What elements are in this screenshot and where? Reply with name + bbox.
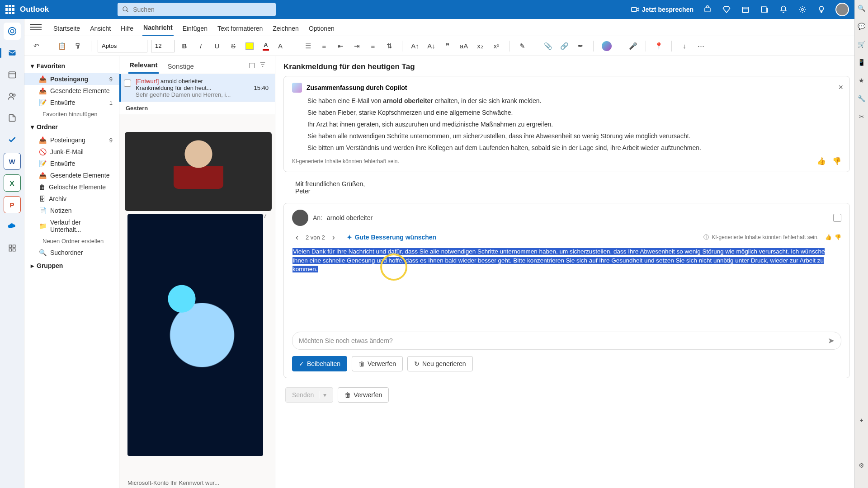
clear-format-button[interactable]: A⁻: [276, 40, 288, 52]
bullets-button[interactable]: ☰: [302, 40, 314, 52]
nav-sent-2[interactable]: 📤Gesendete Elemente: [24, 169, 119, 181]
nav-junk[interactable]: 🚫Junk-E-Mail: [24, 146, 119, 158]
more-button[interactable]: ⋯: [694, 40, 707, 52]
browser-settings-icon[interactable]: ⚙: [857, 461, 866, 470]
message-item-1[interactable]: [Entwurf] arnold oberleiter Krankmeldung…: [119, 74, 275, 102]
tab-help[interactable]: Hilfe: [120, 21, 134, 36]
rail-mail-icon[interactable]: [4, 44, 21, 61]
rail-calendar-icon[interactable]: [4, 66, 21, 83]
font-color-button[interactable]: A: [259, 40, 272, 52]
font-name-select[interactable]: Aptos: [98, 40, 147, 52]
nav-drafts-2[interactable]: 📝Entwürfe: [24, 158, 119, 169]
bell-icon[interactable]: [778, 5, 788, 14]
tag-icon[interactable]: [833, 214, 841, 222]
browser-tools-icon[interactable]: 🔧: [857, 94, 866, 103]
dictate-button[interactable]: 🎤: [627, 40, 639, 52]
hamburger-icon[interactable]: [30, 21, 42, 33]
filter-icon[interactable]: [259, 61, 266, 70]
attach-button[interactable]: 📎: [542, 40, 554, 52]
tab-format[interactable]: Text formatieren: [217, 21, 264, 36]
copilot-button[interactable]: [600, 40, 613, 52]
indent-button[interactable]: ⇥: [350, 40, 363, 52]
tab-message[interactable]: Nachricht: [142, 20, 174, 36]
generated-text-area[interactable]: Vielen Dank für Ihre Nachricht und dafür…: [292, 247, 841, 324]
thumbs-up-icon[interactable]: 👍: [825, 234, 832, 240]
teams-icon[interactable]: [703, 5, 712, 14]
groups-header[interactable]: ▸Gruppen: [24, 258, 119, 273]
news-icon[interactable]: [760, 5, 769, 14]
nav-inbox[interactable]: 📥Posteingang9: [24, 73, 119, 85]
search-box[interactable]: [118, 3, 276, 16]
nav-add-favorite[interactable]: Favoriten hinzufügen: [24, 108, 119, 120]
change-case-button[interactable]: aA: [458, 40, 470, 52]
nav-drafts[interactable]: 📝Entwürfe1: [24, 97, 119, 108]
discard-draft-button[interactable]: 🗑Verwerfen: [338, 387, 389, 403]
suggestion-chip[interactable]: ✦ Gute Besserung wünschen: [347, 234, 436, 241]
link-button[interactable]: 🔗: [558, 40, 571, 52]
folders-header[interactable]: ▾Ordner: [24, 120, 119, 134]
italic-button[interactable]: I: [194, 40, 207, 52]
format-painter-button[interactable]: [72, 40, 85, 52]
browser-star-icon[interactable]: ★: [857, 76, 866, 85]
meet-now-button[interactable]: Jetzt besprechen: [631, 6, 693, 13]
line-spacing-button[interactable]: ⇅: [383, 40, 396, 52]
subscript-button[interactable]: x₂: [474, 40, 486, 52]
rail-excel-icon[interactable]: X: [4, 174, 21, 192]
numbering-button[interactable]: ≡: [318, 40, 330, 52]
signature-button[interactable]: ✒: [574, 40, 587, 52]
tab-draw[interactable]: Zeichnen: [272, 21, 300, 36]
rail-people-icon[interactable]: [4, 88, 21, 105]
refine-input[interactable]: Möchten Sie noch etwas ändern? ➤: [292, 332, 841, 350]
next-suggestion-button[interactable]: ›: [329, 232, 339, 242]
thumbs-up-icon[interactable]: 👍: [817, 157, 826, 165]
font-size-select[interactable]: 12: [151, 40, 175, 52]
prev-suggestion-button[interactable]: ‹: [292, 232, 302, 242]
browser-cart-icon[interactable]: 🛒: [857, 40, 866, 49]
browser-chat-icon[interactable]: 💬: [857, 22, 866, 31]
rail-powerpoint-icon[interactable]: P: [4, 196, 21, 213]
close-icon[interactable]: ×: [838, 83, 843, 92]
decrease-font-button[interactable]: A↓: [425, 40, 438, 52]
rail-onedrive-icon[interactable]: [4, 218, 21, 235]
rail-files-icon[interactable]: [4, 109, 21, 127]
other-tab[interactable]: Sonstige: [167, 59, 195, 74]
thumbs-down-icon[interactable]: 👎: [835, 234, 841, 240]
lightbulb-icon[interactable]: [816, 5, 826, 14]
styles-button[interactable]: ✎: [516, 40, 528, 52]
regenerate-button[interactable]: ↻Neu generieren: [407, 356, 473, 371]
send-refine-icon[interactable]: ➤: [828, 336, 835, 346]
highlight-button[interactable]: [243, 40, 256, 52]
discard-button[interactable]: 🗑Verwerfen: [352, 356, 403, 371]
recipient-chip[interactable]: arnold oberleiter: [327, 214, 373, 221]
nav-inbox-2[interactable]: 📥Posteingang9: [24, 134, 119, 146]
diamond-icon[interactable]: [722, 5, 731, 14]
strike-button[interactable]: S: [227, 40, 240, 52]
nav-notes[interactable]: 📄Notizen: [24, 205, 119, 216]
sensitivity-button[interactable]: 📍: [652, 40, 665, 52]
app-launcher-icon[interactable]: [5, 5, 14, 14]
search-input[interactable]: [133, 6, 271, 13]
rail-more-apps-icon[interactable]: [4, 239, 21, 257]
user-avatar[interactable]: [835, 3, 849, 16]
underline-button[interactable]: U: [211, 40, 223, 52]
tab-insert[interactable]: Einfügen: [182, 21, 208, 36]
settings-icon[interactable]: [797, 5, 807, 14]
nav-search-folders[interactable]: 🔍Suchordner: [24, 247, 119, 258]
select-all-icon[interactable]: ☐: [249, 61, 255, 70]
browser-search-icon[interactable]: 🔍: [857, 4, 866, 13]
bold-button[interactable]: B: [178, 40, 191, 52]
browser-clip-icon[interactable]: ✂: [857, 112, 866, 121]
quote-button[interactable]: ❞: [441, 40, 454, 52]
superscript-button[interactable]: x²: [490, 40, 503, 52]
save-draft-button[interactable]: ↓: [678, 40, 691, 52]
align-button[interactable]: ≡: [367, 40, 379, 52]
calendar-icon[interactable]: [741, 5, 750, 14]
browser-add-icon[interactable]: +: [857, 416, 866, 425]
nav-archive[interactable]: 🗄Archiv: [24, 193, 119, 205]
nav-history[interactable]: 📁Verlauf der Unterhalt...: [24, 216, 119, 235]
tab-home[interactable]: Startseite: [52, 21, 81, 36]
increase-font-button[interactable]: A↑: [409, 40, 421, 52]
rail-home-icon[interactable]: [4, 23, 21, 40]
undo-button[interactable]: ↶: [30, 40, 42, 52]
outdent-button[interactable]: ⇤: [334, 40, 347, 52]
